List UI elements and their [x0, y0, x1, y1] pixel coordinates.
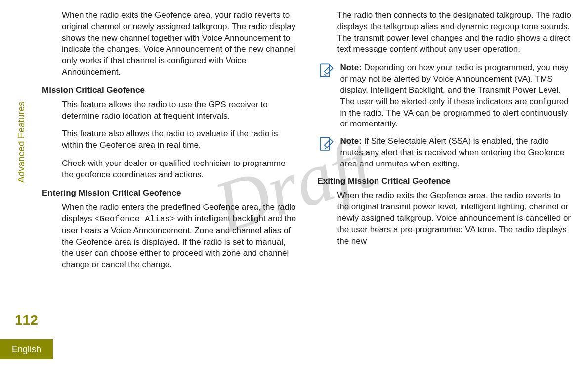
heading: Entering Mission Critical Geofence	[42, 188, 298, 199]
right-column: The radio then connects to the designate…	[318, 10, 574, 354]
left-margin: Advanced Features 112	[15, 0, 35, 369]
body-text: When the radio enters the predefined Geo…	[42, 202, 298, 271]
body-text: This feature also allows the radio to ev…	[42, 128, 298, 151]
note-body: If Site Selectable Alert (SSA) is enable…	[340, 136, 565, 168]
code-text: <Geofence Alias>	[94, 214, 175, 224]
body-text: Check with your dealer or qualified tech…	[42, 158, 298, 181]
section-label: Advanced Features	[15, 101, 28, 183]
document-page: Draft Advanced Features 112 English When…	[0, 0, 588, 369]
note-block: Note: If Site Selectable Alert (SSA) is …	[318, 136, 574, 170]
body-text: The radio then connects to the designate…	[318, 10, 574, 55]
note-title: Note:	[340, 136, 362, 146]
body-text: When the radio exits the Geofence area, …	[318, 190, 574, 247]
note-icon	[318, 136, 335, 156]
content-columns: When the radio exits the Geofence area, …	[42, 10, 573, 354]
svg-line-1	[324, 74, 326, 76]
page-number: 112	[15, 311, 38, 329]
note-icon	[318, 62, 335, 82]
note-text: Note: Depending on how your radio is pro…	[340, 62, 574, 130]
body-text: This feature allows the radio to use the…	[42, 99, 298, 122]
left-column: When the radio exits the Geofence area, …	[42, 10, 298, 354]
heading: Mission Critical Geofence	[42, 85, 298, 96]
note-block: Note: Depending on how your radio is pro…	[318, 62, 574, 130]
note-title: Note:	[340, 63, 362, 72]
note-body: Depending on how your radio is programme…	[340, 63, 569, 129]
language-badge: English	[0, 339, 53, 359]
body-text: When the radio exits the Geofence area, …	[42, 10, 298, 78]
note-text: Note: If Site Selectable Alert (SSA) is …	[340, 136, 574, 170]
heading: Exiting Mission Critical Geofence	[318, 176, 574, 187]
svg-line-3	[324, 148, 326, 149]
